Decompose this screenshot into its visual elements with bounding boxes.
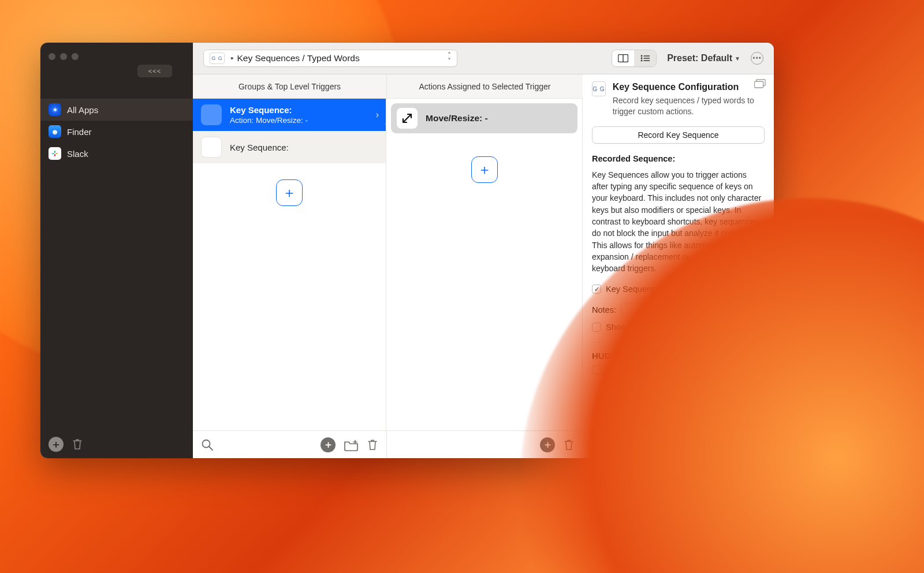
sidebar-titlebar: <<< — [40, 43, 193, 99]
toolbar: G G • Key Sequences / Typed Words ˄˅ Pre… — [193, 43, 774, 74]
trigger-category-select[interactable]: G G • Key Sequences / Typed Words ˄˅ — [203, 50, 457, 67]
list-view-button[interactable] — [634, 50, 656, 66]
add-action-footer-button[interactable]: ＋ — [540, 437, 555, 452]
action-title: Move/Resize: - — [426, 113, 488, 123]
minimize-icon[interactable] — [60, 53, 67, 60]
trash-icon[interactable] — [367, 439, 378, 451]
record-sequence-button[interactable]: Record Key Sequence — [592, 126, 765, 144]
trash-icon[interactable] — [72, 438, 83, 451]
globe-icon: ✶ — [49, 103, 61, 116]
triggers-column-header: Groups & Top Level Triggers — [193, 74, 386, 99]
actions-column: Move/Resize: - ＋ — [386, 99, 583, 430]
svg-point-3 — [641, 58, 643, 59]
config-description: Key Sequences allow you to trigger actio… — [592, 169, 765, 275]
show-notes-checkbox[interactable] — [592, 323, 601, 332]
svg-rect-8 — [52, 153, 54, 154]
config-panel: G G Key Sequence Configuration Record ke… — [583, 74, 774, 458]
emoji-picker-button[interactable]: 😀 — [752, 304, 765, 316]
finder-icon: ☻ — [49, 125, 61, 138]
svg-point-4 — [641, 60, 643, 62]
actions-column-header: Actions Assigned to Selected Trigger — [386, 74, 583, 99]
key-sequence-badge-icon: G G — [592, 81, 606, 96]
svg-rect-10 — [54, 151, 55, 153]
app-sidebar: ✶ All Apps ☻ Finder Slack ＋ — [40, 99, 193, 458]
chevron-updown-icon: ˄˅ — [448, 53, 451, 64]
trigger-subtitle: Action: Move/Resize: - — [230, 116, 308, 125]
trigger-thumb-icon — [201, 104, 222, 125]
hud-show-checkbox[interactable] — [592, 365, 601, 374]
trigger-row[interactable]: Key Sequence: — [193, 131, 386, 163]
show-notes-label: Show notes instead of description — [606, 323, 731, 332]
active-checkbox-label: Key Sequence is Active — [606, 284, 694, 294]
trash-icon[interactable] — [563, 439, 575, 451]
trigger-category-label: Key Sequences / Typed Words — [237, 53, 359, 63]
sidebar-footer: ＋ — [40, 430, 193, 458]
preset-label: Preset: Default — [667, 53, 732, 63]
notes-label: Notes: — [592, 305, 616, 314]
app-window: <<< G G • Key Sequences / Typed Words ˄˅… — [40, 43, 774, 458]
view-mode-segment — [612, 50, 657, 67]
close-icon[interactable] — [49, 53, 55, 60]
sidebar-item-all-apps[interactable]: ✶ All Apps — [40, 99, 193, 121]
back-button[interactable]: <<< — [137, 65, 172, 77]
notes-input[interactable] — [621, 303, 747, 317]
preset-dropdown[interactable]: Preset: Default ▼ — [667, 53, 740, 63]
columns-view-button[interactable] — [612, 50, 634, 66]
hud-section-title: HUD Overlay — [592, 351, 765, 361]
active-checkbox[interactable]: ✓ — [592, 284, 601, 294]
triggers-footer: ＋ — [193, 430, 386, 458]
trigger-thumb-icon — [201, 137, 222, 158]
config-title: Key Sequence Configuration — [613, 81, 765, 93]
add-trigger-footer-button[interactable]: ＋ — [321, 437, 336, 452]
trigger-row-selected[interactable]: Key Sequence: Action: Move/Resize: - — [193, 99, 386, 131]
bullet-icon: • — [230, 53, 233, 63]
triggers-column: Key Sequence: Action: Move/Resize: - Key… — [193, 99, 386, 430]
actions-footer: ＋ — [386, 430, 583, 458]
new-folder-icon[interactable] — [344, 439, 359, 451]
window-controls[interactable] — [49, 53, 79, 60]
slack-icon — [49, 147, 61, 160]
svg-rect-13 — [755, 81, 763, 88]
search-icon[interactable] — [201, 439, 214, 451]
trigger-title: Key Sequence: — [230, 143, 289, 152]
action-row[interactable]: Move/Resize: - — [391, 103, 578, 133]
sidebar-item-label: Finder — [67, 127, 92, 137]
chevron-down-icon: ▼ — [735, 55, 740, 62]
config-subtitle: Record key sequences / typed words to tr… — [613, 95, 765, 117]
windows-stack-icon[interactable] — [754, 79, 766, 88]
svg-rect-9 — [55, 153, 58, 154]
hud-show-label: Show when Key Sequence is triggered — [606, 365, 750, 374]
sidebar-item-slack[interactable]: Slack — [40, 143, 193, 164]
add-trigger-button[interactable]: ＋ — [276, 179, 303, 206]
sidebar-item-label: Slack — [67, 149, 88, 159]
more-menu-button[interactable]: ••• — [751, 52, 763, 65]
add-action-button[interactable]: ＋ — [471, 156, 498, 183]
svg-point-2 — [641, 55, 643, 57]
add-app-button[interactable]: ＋ — [49, 437, 64, 452]
trigger-title: Key Sequence: — [230, 105, 308, 115]
svg-rect-11 — [54, 154, 55, 156]
key-sequence-badge-icon: G G — [210, 53, 225, 64]
sidebar-item-label: All Apps — [67, 105, 98, 115]
sidebar-item-finder[interactable]: ☻ Finder — [40, 121, 193, 143]
zoom-icon[interactable] — [72, 53, 79, 60]
svg-line-15 — [209, 447, 213, 450]
recorded-sequence-label: Recorded Sequence: — [592, 154, 765, 163]
move-resize-icon — [397, 108, 418, 129]
